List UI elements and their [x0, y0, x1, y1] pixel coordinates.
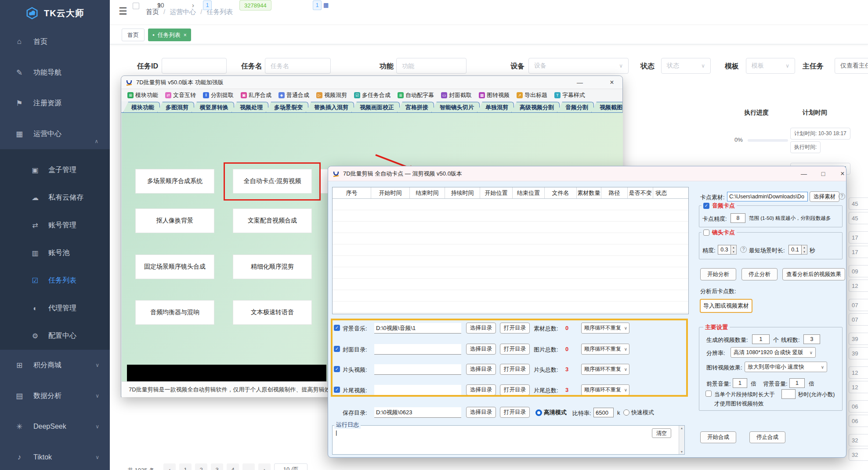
segments-column-header[interactable]: 结束时间 — [410, 187, 445, 198]
min-scene-input[interactable] — [788, 245, 802, 255]
duration-threshold-input[interactable] — [781, 389, 796, 399]
log-scrollbar[interactable]: ▲▼ — [679, 426, 684, 454]
toolbar-item[interactable]: ◈ 普通合成 — [276, 90, 312, 100]
filter-taskname-input[interactable] — [265, 58, 331, 74]
module-button[interactable]: 精细化顺序混剪 — [233, 255, 312, 279]
spinner-control[interactable]: ▲▼ — [802, 245, 807, 255]
fg-volume-input[interactable] — [733, 378, 747, 388]
pagination-page-size[interactable]: 10 /页 — [274, 463, 307, 470]
directory-path-input[interactable] — [374, 344, 461, 355]
row-checkbox[interactable] — [133, 3, 139, 9]
hd-mode-radio[interactable]: 高清模式 — [535, 409, 567, 416]
filter-status-select[interactable]: 状态 ∨ — [661, 58, 711, 74]
module-button[interactable]: 文案配音视频合成 — [233, 208, 312, 233]
duration-condition-checkbox[interactable] — [705, 391, 712, 397]
tab-close-icon[interactable]: × — [184, 32, 187, 38]
chevron-up-icon[interactable]: ∧ — [94, 138, 98, 144]
module-tab[interactable]: 视频截图 — [591, 102, 622, 112]
filter-template-select[interactable]: 模板 ∨ — [746, 58, 795, 74]
module-tab[interactable]: 多场景裂变 — [266, 102, 308, 112]
segments-column-header[interactable]: 素材数量 — [577, 187, 601, 198]
sidebar-subitem[interactable]: ◐ 代理管理 — [0, 294, 110, 322]
close-button[interactable]: × — [605, 78, 618, 87]
directory-path-input[interactable] — [374, 385, 461, 395]
sidebar-item[interactable]: ⚑ 注册资源 — [0, 88, 110, 118]
shot-beat-checkbox[interactable] — [703, 230, 709, 236]
open-directory-button[interactable]: 打开目录 — [500, 344, 530, 355]
help-icon[interactable]: ? — [740, 246, 747, 253]
segments-column-header[interactable]: 结束位置 — [513, 187, 545, 198]
module-tab[interactable]: 视频处理 — [231, 102, 268, 112]
sidebar-item[interactable]: ▦ 运营中心 — [0, 118, 110, 149]
help-icon[interactable]: ? — [839, 193, 845, 200]
module-button[interactable]: 多场景顺序合成系统 — [135, 169, 214, 194]
run-log-box[interactable]: | 清空 ▲▼ — [332, 425, 685, 455]
window2-titlebar[interactable]: 7D批量剪辑 全自动卡点 — 混剪视频 v50.0版本 — □ × — [328, 166, 846, 181]
pagination-ellipsis[interactable]: … — [242, 463, 255, 470]
directory-path-input[interactable] — [374, 323, 461, 334]
toolbar-item[interactable]: ▭ 封面截取 — [438, 90, 474, 100]
resolution-select[interactable]: 高清 1080*1920 合成快 竖版 ∨ — [731, 347, 816, 358]
toolbar-item[interactable]: T 字幕样式 — [552, 90, 588, 100]
bg-volume-input[interactable] — [789, 378, 805, 388]
segments-column-header[interactable]: 持续时间 — [445, 187, 480, 198]
logo[interactable]: TK云大师 — [0, 0, 110, 26]
toolbar-item[interactable]: ≣ 自动配字幕 — [395, 90, 437, 100]
pagination-next[interactable]: › — [258, 463, 271, 470]
toolbar-item[interactable]: ▦ 图转视频 — [476, 90, 512, 100]
save-directory-input[interactable] — [374, 407, 461, 418]
filter-device-select[interactable]: 设备 ∨ — [528, 58, 629, 74]
toolbar-item[interactable]: ‖ 分割提取 — [200, 90, 236, 100]
tab-home[interactable]: 首页 — [122, 29, 145, 41]
module-tab[interactable]: 视频画面校正 — [351, 102, 400, 112]
sidebar-item[interactable]: ✎ 功能导航 — [0, 57, 110, 88]
module-button[interactable]: 抠人像换背景 — [135, 208, 214, 233]
choose-directory-button[interactable]: 选择目录 — [466, 364, 496, 375]
pagination-page[interactable]: 2 — [195, 463, 207, 470]
filter-func-input[interactable] — [396, 58, 467, 74]
segments-column-header[interactable]: 状态 — [653, 187, 669, 198]
module-tab[interactable]: 音频分割 — [557, 102, 594, 112]
open-directory-button[interactable]: 打开目录 — [500, 323, 530, 334]
module-tab[interactable]: 横竖屏转换 — [192, 102, 234, 112]
beat-material-input[interactable] — [727, 192, 808, 201]
start-merge-button[interactable]: 开始合成 — [700, 431, 736, 443]
row-expander-icon[interactable]: › — [192, 1, 194, 9]
segments-column-header[interactable]: 文件名 — [545, 187, 577, 198]
window1-titlebar[interactable]: 7D批量剪辑 v50.0版本 功能加强版 — × — [121, 76, 622, 89]
maximize-button[interactable]: □ — [817, 169, 830, 179]
choose-directory-button[interactable]: 选择目录 — [466, 384, 496, 395]
module-button[interactable]: 固定场景顺序镜头合成 — [135, 255, 214, 279]
toolbar-item[interactable]: ⇄ 文音互转 — [163, 90, 199, 100]
choose-directory-button[interactable]: 选择目录 — [466, 407, 496, 418]
audio-beat-checkbox[interactable]: ✓ — [703, 203, 709, 209]
segments-column-header[interactable]: 开始位置 — [480, 187, 513, 198]
segments-column-header[interactable]: 路径 — [601, 187, 628, 198]
clear-log-button[interactable]: 清空 — [652, 428, 671, 438]
choose-directory-button[interactable]: 选择目录 — [466, 344, 496, 355]
pagination-page[interactable]: 1 — [179, 463, 192, 470]
choose-directory-button[interactable]: 选择目录 — [466, 323, 496, 334]
toolbar-item[interactable]: ↗ 导出标题 — [514, 90, 550, 100]
stop-analyze-button[interactable]: 停止分析 — [741, 268, 778, 280]
pagination-page[interactable]: 4 — [227, 463, 239, 470]
sidebar-item[interactable]: ⊞ 积分商城 ∨ — [0, 350, 110, 380]
toolbar-item[interactable]: ⊞ 模块功能 — [125, 90, 161, 100]
segments-column-header[interactable]: 序号 — [333, 187, 371, 198]
segments-column-header[interactable]: 开始时间 — [371, 187, 410, 198]
toolbar-item[interactable]: ▷ 视频混剪 — [314, 90, 350, 100]
module-button[interactable]: 音频均衡器与混响 — [135, 300, 214, 325]
minimize-button[interactable]: — — [573, 78, 586, 87]
tab-tasklist-active[interactable]: ● 任务列表 × — [148, 29, 191, 41]
module-tab[interactable]: 宫格拼接 — [397, 102, 434, 112]
module-tab[interactable]: 单独混剪 — [477, 102, 514, 112]
pagination-prev[interactable]: ‹ — [163, 463, 176, 470]
choose-material-button[interactable]: 选择素材 — [810, 191, 839, 202]
close-button[interactable]: × — [836, 169, 849, 179]
sidebar-item[interactable]: ✳ DeepSeek ∨ — [0, 411, 110, 442]
row-enable-checkbox[interactable]: ✓ — [334, 366, 340, 372]
img2video-effect-select[interactable]: 放大到居中缩小 速度快 ∨ — [745, 362, 827, 372]
row-enable-checkbox[interactable]: ✓ — [334, 387, 340, 393]
module-tab[interactable]: 智能镜头切片 — [431, 102, 480, 112]
threads-input[interactable] — [803, 334, 820, 344]
